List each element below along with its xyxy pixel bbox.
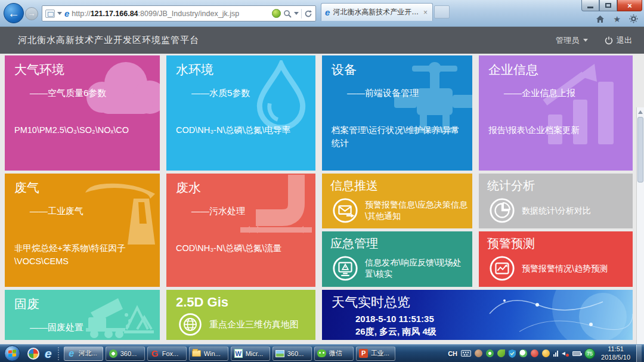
tile-info-push[interactable]: 信息推送 预警报警信息\应急决策信息\其他通知 [322,174,472,228]
new-tab-button[interactable] [434,5,450,18]
360-extension-icon[interactable] [272,9,281,18]
tile-air-environment[interactable]: 大气环境 ——空气质量6参数 PM10\PM2.5\O₃\SO₂\NOₓ\CO [5,55,160,171]
network-signal-icon[interactable] [553,350,558,357]
tab-favicon: e [325,8,330,17]
tray-shield-icon[interactable] [509,349,516,358]
ie-icon: e [67,349,76,358]
quick-launch: e [27,346,52,361]
tile-solid-waste[interactable]: 固废 ——固废处置 [5,290,160,340]
minimize-button[interactable] [581,0,599,11]
compatibility-view-icon[interactable] [45,10,55,18]
taskbar-button-ie[interactable]: e 河北... [64,346,103,361]
taskbar-button-360browser[interactable]: 360... [106,346,145,361]
tile-waste-water[interactable]: 废水 ——污水处理 COD\NH₃-N\总磷\总氮\流量 [166,174,315,287]
tile-detail: 数据统计\分析对比 [522,205,591,216]
scrollbar-thumb[interactable] [637,117,643,182]
tile-title: 应急管理 [322,231,472,252]
user-menu-label: 管理员 [556,35,579,46]
address-dropdown-icon[interactable] [57,12,62,15]
app-header: 河北衡水高新技术产业开发区环境监管平台 管理员 退出 [0,27,644,54]
tile-detail: 报告\报表\企业档案更新 [488,124,628,137]
ie-launcher-icon[interactable]: e [45,346,52,361]
tile-warning-forecast[interactable]: 预警预测 预警报警情况\趋势预测 [479,231,633,287]
browser-tab[interactable]: e 河北衡水高新技术产业开发... × [321,3,433,21]
keyboard-icon[interactable] [461,350,471,357]
tab-title: 河北衡水高新技术产业开发... [333,7,419,17]
word-icon: W [234,349,243,358]
page-scrollbar[interactable] [636,107,644,362]
maximize-button[interactable] [599,0,617,11]
page-title: 河北衡水高新技术产业开发区环境监管平台 [18,35,199,46]
browser-forward-button[interactable]: → [25,7,38,20]
tile-detail: PM10\PM2.5\O₃\SO₂\NOₓ\CO [14,124,155,137]
taskbar-clock[interactable]: 11:51 2018/5/10 [601,345,630,362]
tile-title: 废气 [5,174,160,196]
tile-device[interactable]: 设备 ——前端设备管理 档案管理\运行状况\维护保养\异常统计 [322,55,472,171]
gear-icon[interactable] [629,14,638,23]
tile-title: 固废 [5,290,160,313]
forward-arrow-icon: → [28,9,36,18]
mail-icon [332,197,359,224]
tile-detail: 非甲烷总烃+苯系物\特征因子\VOCS\CEMS [14,242,155,268]
360-health-ball[interactable]: 75 [584,348,595,359]
taskbar-button-foxmail[interactable]: G Fox... [147,346,187,361]
logout-button[interactable]: 退出 [605,35,632,46]
favorites-star-icon[interactable]: ★ [613,15,621,23]
tile-enterprise-info[interactable]: 企业信息 ——企业信息上报 报告\报表\企业档案更新 [479,55,633,171]
windows-taskbar: e e 河北... 360... G Fox... Win... W Micr.… [0,344,644,362]
globe-network-decoration [454,290,633,340]
tile-statistics[interactable]: 统计分析 数据统计\分析对比 [479,174,633,228]
taskbar-button-imageviewer[interactable]: 360... [273,346,312,361]
show-desktop-button[interactable] [636,345,642,362]
scroll-up-icon[interactable] [638,110,643,114]
tile-title: 水环境 [166,55,315,78]
360-browser-icon [109,349,117,358]
logout-label: 退出 [617,35,632,46]
search-dropdown-icon[interactable] [294,12,299,15]
tray-app-icon-1[interactable] [475,349,482,357]
powerpoint-icon: P [359,349,368,358]
clock-time: 11:51 [601,345,630,354]
tile-detail: 档案管理\运行状况\维护保养\异常统计 [332,124,467,150]
tray-red-icon[interactable] [531,349,538,357]
360-safety-icon[interactable] [27,348,39,360]
taskbar-divider [58,347,60,360]
image-viewer-icon [275,350,284,357]
home-icon[interactable] [596,15,605,23]
tray-chat-icon[interactable] [519,349,527,357]
tile-water-environment[interactable]: 水环境 ——水质5参数 COD\NH₃-N\总磷\总氮\电导率 [166,55,315,171]
taskbar-button-wechat[interactable]: 微信 [314,346,354,361]
taskbar-button-explorer[interactable]: Win... [189,346,228,361]
tray-green-leaf-icon[interactable] [497,349,505,357]
tile-subtitle: ——企业信息上报 [504,88,633,99]
foxmail-icon: G [150,349,160,358]
browser-back-button[interactable]: ← [4,3,24,23]
tile-title: 废水 [166,174,315,196]
input-language-indicator[interactable]: CH [448,350,457,357]
tab-close-icon[interactable]: × [422,8,429,17]
user-menu[interactable]: 管理员 [556,35,588,46]
tile-subtitle: ——污水处理 [191,206,315,217]
tile-weather-overview[interactable]: 天气实时总览 2018-5-10 11:51:35 26度, 多云, 南风 4级 [322,290,633,340]
taskbar-button-powerpoint[interactable]: P 工业... [356,346,395,361]
taskbar-button-word[interactable]: W Micr... [231,346,270,361]
close-button[interactable]: × [617,0,642,11]
clock-date: 2018/5/10 [601,354,630,362]
tile-waste-gas[interactable]: 废气 ——工业废气 非甲烷总烃+苯系物\特征因子\VOCS\CEMS [5,174,160,287]
battery-icon[interactable] [572,351,581,356]
address-bar[interactable]: e http://121.17.166.84:8099/JB_Industry/… [42,5,316,21]
tile-gis[interactable]: 2.5D Gis 重点企业三维仿真地图 [166,290,315,340]
start-button[interactable] [4,345,20,361]
site-favicon: e [64,9,69,18]
tile-title: 信息推送 [322,174,472,194]
tile-subtitle: ——固废处置 [30,322,160,333]
refresh-icon[interactable] [304,10,312,18]
tile-emergency[interactable]: 应急管理 信息发布\响应反馈\现场处置\核实 [322,231,472,287]
url-text[interactable]: http://121.17.166.84:8099/JB_Industry/in… [72,10,239,18]
window-controls: × [581,0,642,11]
search-icon[interactable] [283,10,292,18]
tray-360-browser-icon[interactable] [486,349,494,357]
tray-gold-ball-icon[interactable] [542,349,550,357]
volume-muted-icon[interactable] [562,350,569,357]
tile-title: 2.5D Gis [166,290,315,310]
